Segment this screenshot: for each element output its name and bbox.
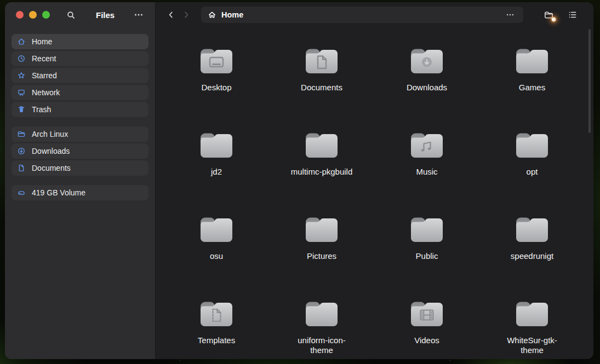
sidebar-item-icon	[17, 147, 26, 155]
headerbar: Home	[156, 2, 593, 27]
back-button[interactable]	[163, 7, 179, 22]
chevron-left-icon	[167, 10, 175, 19]
sidebar-item[interactable]: 419 GB Volume	[12, 185, 148, 200]
sidebar-titlebar: Files	[5, 2, 155, 27]
grid-item[interactable]: Games	[479, 46, 585, 130]
file-name-label: Videos	[414, 336, 439, 345]
grid-item[interactable]: Videos	[374, 299, 479, 359]
sidebar-item[interactable]: Network	[12, 85, 148, 100]
sidebar-item-label: Downloads	[32, 147, 70, 155]
sidebar-item-label: Home	[32, 37, 52, 46]
folder-icon	[198, 299, 235, 328]
download-emblem-icon	[422, 57, 432, 67]
sidebar-item-label: Starred	[32, 71, 57, 80]
sidebar-item[interactable]: Recent	[12, 51, 148, 66]
folder-icon	[513, 46, 551, 76]
file-name-label: jd2	[211, 167, 222, 177]
sidebar-item[interactable]: Arch Linux	[12, 126, 148, 142]
file-name-label: opt	[527, 167, 538, 177]
grid-item[interactable]: Documents	[269, 46, 374, 130]
grid-item[interactable]: Templates	[164, 299, 269, 359]
file-name-label: Documents	[301, 83, 342, 93]
view-list-button[interactable]	[565, 7, 580, 22]
home-icon	[208, 10, 216, 19]
folder-icon	[198, 46, 235, 76]
sidebar-item-icon	[17, 71, 26, 80]
grid-item[interactable]: Desktop	[164, 46, 269, 130]
file-name-label: Downloads	[407, 83, 447, 93]
maximize-button[interactable]	[42, 11, 50, 19]
grid-item[interactable]: uniform-icon-theme	[269, 299, 374, 359]
close-button[interactable]	[16, 11, 24, 19]
file-grid-area: Desktop	[156, 27, 593, 359]
path-menu-button[interactable]	[504, 8, 517, 21]
chevron-right-icon	[182, 10, 191, 19]
main-pane: Home	[156, 2, 593, 359]
folder-icon	[198, 215, 235, 244]
sidebar-menu-button[interactable]	[131, 7, 146, 22]
file-name-label: speedrunigt	[511, 251, 553, 261]
ellipsis-icon	[134, 10, 144, 20]
file-name-label: uniform-icon-theme	[288, 336, 356, 355]
new-folder-button[interactable]	[541, 7, 556, 22]
vertical-scrollbar[interactable]	[588, 29, 591, 133]
grid-item[interactable]: Pictures	[269, 215, 374, 299]
window-controls	[16, 11, 50, 19]
file-name-label: Templates	[198, 336, 235, 345]
file-name-label: osu	[210, 251, 223, 261]
sidebar-item-icon	[17, 88, 26, 97]
grid-item[interactable]: multimc-pkgbuild	[269, 130, 374, 215]
sidebar-item-label: Documents	[32, 164, 71, 172]
sidebar-item-label: Network	[32, 88, 60, 97]
sidebar-bookmarks: Arch Linux Downloads	[12, 126, 148, 176]
sidebar: Files	[5, 2, 156, 359]
sidebar-list: Home	[5, 27, 155, 202]
folder-icon	[408, 46, 445, 76]
file-name-label: Desktop	[201, 83, 231, 93]
minimize-button[interactable]	[29, 11, 37, 19]
grid-item[interactable]: osu	[164, 215, 269, 299]
path-bar[interactable]: Home	[201, 7, 523, 23]
search-button[interactable]	[63, 7, 78, 22]
file-name-label: Pictures	[307, 251, 336, 261]
path-label: Home	[221, 10, 243, 19]
folder-icon	[303, 299, 340, 328]
folder-icon	[408, 130, 445, 160]
sidebar-item-icon	[17, 54, 26, 63]
grid-item[interactable]: jd2	[164, 130, 269, 215]
file-name-label: Public	[416, 251, 438, 261]
folder-icon	[303, 46, 340, 76]
file-name-label: Music	[416, 167, 437, 177]
sidebar-item[interactable]: Downloads	[12, 143, 148, 159]
file-name-label: Games	[519, 83, 545, 93]
header-actions	[541, 7, 580, 22]
drive-icon	[17, 188, 26, 197]
grid-item[interactable]: WhiteSur-gtk-theme	[479, 299, 585, 359]
app-title: Files	[96, 10, 115, 20]
list-view-icon	[568, 10, 578, 20]
folder-icon	[513, 299, 551, 328]
sidebar-item-label: Trash	[32, 105, 51, 114]
sidebar-places: Home	[12, 34, 148, 117]
folder-icon	[408, 299, 445, 328]
file-name-label: multimc-pkgbuild	[291, 167, 353, 177]
sidebar-item[interactable]: Documents	[12, 160, 148, 176]
sidebar-item-label: 419 GB Volume	[32, 188, 85, 197]
sidebar-item[interactable]: Starred	[12, 68, 148, 83]
sidebar-item-icon	[17, 130, 26, 138]
folder-icon	[303, 130, 340, 160]
mouse-cursor-glow	[552, 18, 556, 21]
sidebar-item[interactable]: Trash	[12, 102, 148, 117]
sidebar-item-label: Recent	[32, 54, 56, 63]
grid-item[interactable]: Music	[374, 130, 479, 215]
grid-item[interactable]: Downloads	[374, 46, 479, 130]
grid-item[interactable]: Public	[374, 215, 479, 299]
sidebar-item[interactable]: Home	[12, 34, 148, 49]
file-name-label: WhiteSur-gtk-theme	[498, 336, 566, 355]
grid-item[interactable]: opt	[479, 130, 585, 215]
grid-item[interactable]: speedrunigt	[479, 215, 585, 299]
folder-icon	[408, 215, 445, 244]
sidebar-item-label: Arch Linux	[32, 130, 68, 138]
forward-button[interactable]	[179, 7, 194, 22]
ellipsis-icon	[506, 10, 515, 19]
